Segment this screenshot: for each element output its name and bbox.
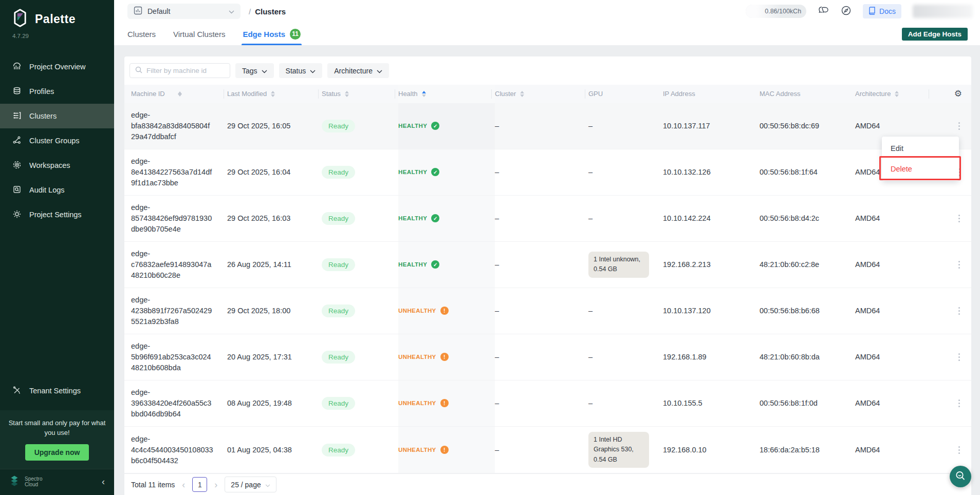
gear-icon [12, 210, 22, 220]
health-status: HEALTHY ✓ [398, 214, 439, 222]
table-row[interactable]: edge-4c4c4544003450108033b6c04f504432 01… [124, 427, 971, 473]
last-modified-cell: 29 Oct 2025, 16:04 [227, 149, 322, 195]
sidebar-item-project-settings[interactable]: Project Settings [0, 202, 114, 227]
prev-page-button[interactable]: ‹ [182, 480, 185, 489]
health-label: HEALTHY [398, 215, 427, 221]
search-input[interactable] [146, 67, 225, 74]
explore-button[interactable] [841, 5, 852, 17]
sidebar-item-workspaces[interactable]: Workspaces [0, 153, 114, 178]
health-icon: ! [440, 399, 449, 407]
page-size-select[interactable]: 25 / page [225, 477, 276, 492]
layers-icon [12, 86, 22, 97]
row-actions-cell [932, 242, 971, 288]
machine-id-search[interactable] [130, 63, 230, 78]
current-page-button[interactable]: 1 [192, 477, 207, 492]
table-row[interactable]: edge-bfa83842a83d8405804f29a47ddbafcf 29… [124, 103, 971, 149]
sort-icon[interactable] [895, 91, 899, 97]
table-row[interactable]: edge-8e41384227563a7d14df9f1d1ac73bbe 29… [124, 149, 971, 196]
column-header-actions: ⚙ [932, 85, 971, 103]
tab-label: Edge Hosts [243, 30, 285, 39]
column-header-architecture[interactable]: Architecture [855, 85, 932, 103]
ip-address-cell: 10.10.137.120 [663, 288, 760, 334]
column-header-last-modified[interactable]: Last Modified [227, 85, 322, 103]
chat-bubble-icon [818, 5, 829, 17]
mac-address-cell: 00:50:56:b8:d4:2c [760, 196, 855, 241]
gpu-empty: – [588, 214, 593, 222]
upgrade-now-button[interactable]: Upgrade now [25, 444, 89, 461]
sort-icon[interactable] [178, 91, 220, 97]
column-header-cluster[interactable]: Cluster [495, 85, 588, 103]
usage-value: 0.86/100kCh [765, 8, 801, 15]
sidebar-item-label: Workspaces [29, 161, 70, 169]
table-row[interactable]: edge-396338420e4f260a55c3bbd046db9b64 08… [124, 380, 971, 427]
architecture-filter-dropdown[interactable]: Architecture [327, 63, 389, 78]
cluster-cell: – [495, 288, 588, 334]
chevron-down-icon [229, 7, 234, 16]
status-filter-dropdown[interactable]: Status [279, 63, 323, 78]
health-cell: HEALTHY ✓ [398, 242, 495, 288]
top-header: Default / Clusters 0.86/100kCh [114, 0, 980, 23]
row-menu-kebab-icon[interactable] [956, 397, 962, 409]
sort-icon[interactable] [271, 91, 275, 97]
health-cell: UNHEALTHY ! [398, 427, 495, 473]
row-menu-kebab-icon[interactable] [956, 259, 962, 271]
table-row[interactable]: edge-857438426ef9d9781930dbe90b705e4e 29… [124, 196, 971, 242]
add-edge-hosts-button[interactable]: Add Edge Hosts [902, 28, 968, 41]
chevron-down-icon [262, 67, 267, 75]
row-menu-kebab-icon[interactable] [956, 305, 962, 317]
column-header-status[interactable]: Status [322, 85, 398, 103]
health-label: UNHEALTHY [398, 354, 436, 360]
column-header-health[interactable]: Health [398, 85, 495, 103]
table-settings-gear-icon[interactable]: ⚙ [954, 89, 962, 98]
sort-icon[interactable] [345, 91, 349, 97]
mac-address-cell: 18:66:da:2a:b5:18 [760, 427, 855, 473]
sidebar-item-project-overview[interactable]: Project Overview [0, 54, 114, 79]
last-modified-cell: 20 Aug 2025, 17:31 [227, 334, 322, 380]
upgrade-promo: Start small and only pay for what you us… [0, 410, 114, 469]
architecture-cell: AMD64 [855, 196, 932, 241]
sidebar-item-tenant-settings[interactable]: Tenant Settings [0, 378, 114, 403]
table-row[interactable]: edge-c76832aefe914893047a48210b60c28e 26… [124, 242, 971, 288]
tags-filter-dropdown[interactable]: Tags [235, 63, 274, 78]
next-page-button[interactable]: › [214, 480, 217, 489]
context-menu-edit[interactable]: Edit [882, 138, 959, 159]
chevron-down-icon [310, 67, 316, 75]
sidebar-item-profiles[interactable]: Profiles [0, 79, 114, 104]
health-icon: ! [440, 307, 449, 315]
total-items-label: Total 11 items [131, 481, 175, 489]
help-launcher-button[interactable] [950, 466, 971, 487]
docs-label: Docs [879, 7, 896, 15]
sidebar-item-audit-logs[interactable]: Audit Logs [0, 178, 114, 202]
sort-icon[interactable] [422, 91, 426, 97]
sort-icon[interactable] [520, 91, 524, 97]
gpu-empty: – [588, 399, 593, 407]
sidebar-bottom: Tenant Settings Start small and only pay… [0, 378, 114, 495]
tab-edge-hosts[interactable]: Edge Hosts 11 [243, 23, 301, 45]
brand: Palette [0, 0, 114, 32]
context-menu-delete[interactable]: Delete [882, 159, 959, 179]
row-menu-kebab-icon[interactable] [956, 120, 962, 132]
palette-logo-icon [11, 8, 29, 30]
table-row[interactable]: edge-4238b891f7267a5024295521a92b3fa8 29… [124, 288, 971, 334]
sidebar-item-cluster-groups[interactable]: Cluster Groups [0, 128, 114, 153]
sidebar-item-clusters[interactable]: Clusters [0, 104, 114, 128]
user-menu-blurred[interactable] [913, 5, 973, 18]
table-row[interactable]: edge-5b96f691ab253ca3c02448210b608bda 20… [124, 334, 971, 380]
gpu-cell: 1 Intel HD Graphics 530, 0.54 GB [588, 427, 663, 473]
row-menu-kebab-icon[interactable] [956, 444, 962, 456]
column-header-machine-id[interactable]: Machine ID [131, 85, 227, 103]
row-menu-kebab-icon[interactable] [956, 351, 962, 363]
chat-button[interactable] [818, 5, 829, 17]
status-cell: Ready [322, 427, 398, 473]
filter-label: Status [286, 67, 306, 75]
cluster-cell: – [495, 427, 588, 473]
tab-virtual-clusters[interactable]: Virtual Clusters [173, 23, 225, 45]
tab-clusters[interactable]: Clusters [127, 23, 156, 45]
sidebar-item-label: Project Overview [29, 63, 86, 71]
last-modified-cell: 01 Aug 2025, 04:38 [227, 427, 322, 473]
spectro-cloud-logo-icon [8, 474, 21, 489]
project-selector[interactable]: Default [127, 4, 241, 19]
row-menu-kebab-icon[interactable] [956, 213, 962, 224]
docs-button[interactable]: Docs [863, 4, 901, 18]
collapse-sidebar-icon[interactable]: ‹ [102, 477, 105, 486]
